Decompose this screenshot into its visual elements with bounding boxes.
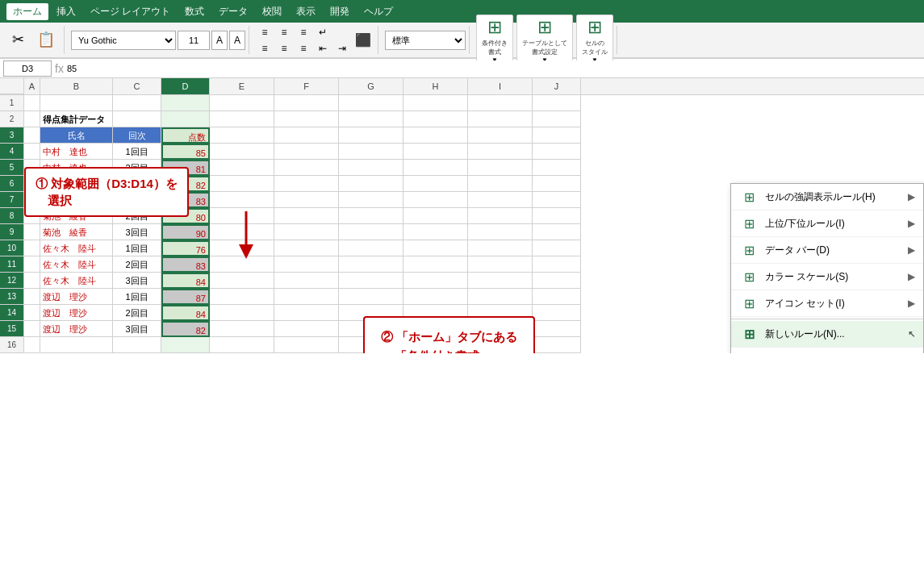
cell-b4[interactable]: 中村 達也: [40, 144, 113, 160]
cell-i10[interactable]: [468, 240, 533, 256]
cut-button[interactable]: ✂: [6, 27, 30, 52]
cell-h4[interactable]: [403, 144, 468, 160]
cell-g10[interactable]: [339, 240, 403, 256]
cell-e7[interactable]: [210, 192, 274, 208]
col-header-a[interactable]: A: [24, 78, 40, 94]
cell-h5[interactable]: [403, 160, 468, 176]
cell-j5[interactable]: [533, 160, 581, 176]
cell-c13[interactable]: 1回目: [113, 289, 161, 305]
cell-f10[interactable]: [274, 240, 339, 256]
cell-i3[interactable]: [468, 127, 533, 144]
col-header-d[interactable]: D: [161, 78, 210, 94]
cell-f6[interactable]: [274, 176, 339, 192]
col-header-c[interactable]: C: [113, 78, 161, 94]
cell-g11[interactable]: [339, 256, 403, 273]
menu-item-help[interactable]: ヘルプ: [357, 3, 399, 20]
cell-h2[interactable]: [403, 111, 468, 127]
cell-a12[interactable]: [24, 273, 40, 289]
cell-a13[interactable]: [24, 289, 40, 305]
cell-j10[interactable]: [533, 240, 581, 256]
align-center[interactable]: ≡: [275, 41, 293, 56]
cell-c4[interactable]: 1回目: [113, 144, 161, 160]
menu-item-formula[interactable]: 数式: [178, 3, 211, 20]
cell-c10[interactable]: 1回目: [113, 240, 161, 256]
cell-b9[interactable]: 菊池 綾香: [40, 224, 113, 240]
menu-new-rule[interactable]: ⊞ 新しいルール(N)... ↖: [731, 321, 923, 348]
cell-e3[interactable]: [210, 127, 274, 144]
cell-g13[interactable]: [339, 289, 403, 305]
cell-j8[interactable]: [533, 208, 581, 224]
cell-g9[interactable]: [339, 224, 403, 240]
cell-a15[interactable]: [24, 321, 40, 337]
cell-h3[interactable]: [403, 127, 468, 144]
cell-g1[interactable]: [339, 95, 403, 111]
menu-item-data[interactable]: データ: [212, 3, 254, 20]
col-header-g[interactable]: G: [339, 78, 403, 94]
cell-g2[interactable]: [339, 111, 403, 127]
cell-c9[interactable]: 3回目: [113, 224, 161, 240]
cell-f13[interactable]: [274, 289, 339, 305]
cell-g5[interactable]: [339, 160, 403, 176]
cell-e14[interactable]: [210, 305, 274, 321]
cell-g6[interactable]: [339, 176, 403, 192]
cell-b12[interactable]: 佐々木 陸斗: [40, 273, 113, 289]
cell-d10[interactable]: 76: [161, 240, 210, 256]
cell-d9[interactable]: 90: [161, 224, 210, 240]
cell-f14[interactable]: [274, 305, 339, 321]
cell-d11[interactable]: 83: [161, 256, 210, 273]
cell-f16[interactable]: [274, 337, 339, 353]
cell-a2[interactable]: [24, 111, 40, 127]
menu-item-view[interactable]: 表示: [290, 3, 322, 20]
cell-c11[interactable]: 2回目: [113, 256, 161, 273]
cell-b15[interactable]: 渡辺 理沙: [40, 321, 113, 337]
col-header-f[interactable]: F: [274, 78, 339, 94]
font-size-decrease[interactable]: A: [229, 31, 245, 50]
cell-e1[interactable]: [210, 95, 274, 111]
cell-i1[interactable]: [468, 95, 533, 111]
cell-h7[interactable]: [403, 192, 468, 208]
menu-clear-rules[interactable]: ⊞ ルールのクリア(C) ▶: [731, 348, 923, 353]
menu-item-home[interactable]: ホーム: [6, 3, 48, 20]
menu-item-insert[interactable]: 挿入: [50, 3, 82, 20]
cell-b13[interactable]: 渡辺 理沙: [40, 289, 113, 305]
menu-data-bar[interactable]: ⊞ データ バー(D) ▶: [731, 237, 923, 264]
indent-decrease[interactable]: ⇤: [314, 41, 332, 56]
formula-input[interactable]: [67, 60, 921, 77]
cell-d15[interactable]: 82: [161, 321, 210, 337]
cell-f11[interactable]: [274, 256, 339, 273]
cell-j15[interactable]: [533, 321, 581, 337]
cell-j12[interactable]: [533, 273, 581, 289]
indent-increase[interactable]: ⇥: [333, 41, 351, 56]
cell-g3[interactable]: [339, 127, 403, 144]
cell-g7[interactable]: [339, 192, 403, 208]
cond-format-button[interactable]: ⊞ 条件付き書式 ▼: [476, 15, 513, 66]
cell-i13[interactable]: [468, 289, 533, 305]
align-middle[interactable]: ≡: [275, 25, 293, 40]
cell-i6[interactable]: [468, 176, 533, 192]
font-size-increase[interactable]: A: [211, 31, 228, 50]
cell-j2[interactable]: [533, 111, 581, 127]
cell-h8[interactable]: [403, 208, 468, 224]
cell-b3[interactable]: 氏名: [40, 127, 113, 144]
cell-e12[interactable]: [210, 273, 274, 289]
cell-styles-button[interactable]: ⊞ セルのスタイル ▼: [576, 15, 613, 66]
menu-color-scale[interactable]: ⊞ カラー スケール(S) ▶: [731, 264, 923, 290]
align-top[interactable]: ≡: [256, 25, 274, 40]
merge-btn[interactable]: ⬛: [352, 32, 374, 48]
cell-a3[interactable]: [24, 127, 40, 144]
cell-i8[interactable]: [468, 208, 533, 224]
cell-a9[interactable]: [24, 224, 40, 240]
cell-h10[interactable]: [403, 240, 468, 256]
cell-f7[interactable]: [274, 192, 339, 208]
cell-e13[interactable]: [210, 289, 274, 305]
cell-a14[interactable]: [24, 305, 40, 321]
menu-icon-set[interactable]: ⊞ アイコン セット(I) ▶: [731, 290, 923, 317]
cell-a1[interactable]: [24, 95, 40, 111]
cell-b14[interactable]: 渡辺 理沙: [40, 305, 113, 321]
col-header-i[interactable]: I: [468, 78, 533, 94]
cell-h12[interactable]: [403, 273, 468, 289]
cell-j3[interactable]: [533, 127, 581, 144]
font-size-input[interactable]: [178, 31, 210, 50]
cell-a10[interactable]: [24, 240, 40, 256]
cell-i4[interactable]: [468, 144, 533, 160]
